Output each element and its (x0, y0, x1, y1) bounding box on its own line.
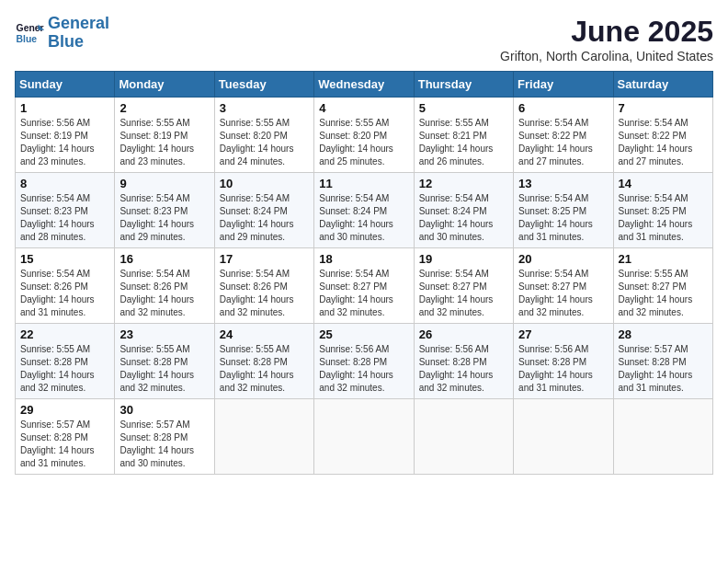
day-number: 27 (518, 327, 608, 341)
day-number: 26 (419, 327, 508, 341)
day-number: 11 (319, 177, 408, 190)
day-number: 19 (419, 252, 508, 266)
cell-info: Sunrise: 5:54 AM Sunset: 8:24 PM Dayligh… (319, 192, 408, 244)
location-title: Grifton, North Carolina, United States (500, 49, 713, 63)
cell-info: Sunrise: 5:54 AM Sunset: 8:26 PM Dayligh… (20, 268, 109, 319)
cell-info: Sunrise: 5:55 AM Sunset: 8:28 PM Dayligh… (119, 343, 209, 395)
day-number: 23 (119, 327, 209, 341)
calendar-cell: 25 Sunrise: 5:56 AM Sunset: 8:28 PM Dayl… (314, 324, 414, 399)
day-number: 25 (319, 327, 408, 341)
calendar-week-row: 8 Sunrise: 5:54 AM Sunset: 8:23 PM Dayli… (16, 173, 713, 248)
calendar-cell: 23 Sunrise: 5:55 AM Sunset: 8:28 PM Dayl… (115, 324, 214, 399)
calendar-week-row: 15 Sunrise: 5:54 AM Sunset: 8:26 PM Dayl… (16, 248, 713, 324)
day-number: 17 (220, 252, 309, 266)
calendar-cell: 14 Sunrise: 5:54 AM Sunset: 8:25 PM Dayl… (613, 173, 712, 248)
cell-info: Sunrise: 5:55 AM Sunset: 8:20 PM Dayligh… (319, 117, 408, 168)
calendar-cell: 20 Sunrise: 5:54 AM Sunset: 8:27 PM Dayl… (514, 248, 613, 324)
cell-info: Sunrise: 5:54 AM Sunset: 8:23 PM Dayligh… (20, 192, 109, 244)
calendar-cell (314, 399, 414, 475)
cell-info: Sunrise: 5:55 AM Sunset: 8:20 PM Dayligh… (220, 117, 309, 168)
cell-info: Sunrise: 5:57 AM Sunset: 8:28 PM Dayligh… (619, 343, 708, 395)
calendar-cell: 8 Sunrise: 5:54 AM Sunset: 8:23 PM Dayli… (16, 173, 115, 248)
calendar-cell: 17 Sunrise: 5:54 AM Sunset: 8:26 PM Dayl… (214, 248, 313, 324)
calendar-cell (514, 399, 613, 475)
calendar-cell: 13 Sunrise: 5:54 AM Sunset: 8:25 PM Dayl… (514, 173, 613, 248)
calendar-cell: 15 Sunrise: 5:54 AM Sunset: 8:26 PM Dayl… (16, 248, 115, 324)
logo: General Blue GeneralBlue (15, 15, 109, 52)
title-block: June 2025 Grifton, North Carolina, Unite… (500, 15, 713, 63)
day-number: 8 (20, 177, 109, 190)
weekday-header-monday: Monday (115, 72, 214, 98)
calendar-cell: 5 Sunrise: 5:55 AM Sunset: 8:21 PM Dayli… (414, 98, 513, 173)
day-number: 24 (220, 327, 309, 341)
cell-info: Sunrise: 5:54 AM Sunset: 8:26 PM Dayligh… (220, 268, 309, 319)
weekday-header-friday: Friday (514, 72, 613, 98)
calendar-cell (613, 399, 712, 475)
day-number: 20 (518, 252, 608, 266)
logo-text: GeneralBlue (48, 15, 109, 52)
day-number: 21 (619, 252, 708, 266)
cell-info: Sunrise: 5:56 AM Sunset: 8:28 PM Dayligh… (319, 343, 408, 395)
calendar-cell: 30 Sunrise: 5:57 AM Sunset: 8:28 PM Dayl… (115, 399, 214, 475)
calendar-cell: 12 Sunrise: 5:54 AM Sunset: 8:24 PM Dayl… (414, 173, 513, 248)
calendar-cell: 28 Sunrise: 5:57 AM Sunset: 8:28 PM Dayl… (613, 324, 712, 399)
calendar-week-row: 29 Sunrise: 5:57 AM Sunset: 8:28 PM Dayl… (16, 399, 713, 475)
weekday-header-tuesday: Tuesday (214, 72, 313, 98)
calendar-cell: 4 Sunrise: 5:55 AM Sunset: 8:20 PM Dayli… (314, 98, 414, 173)
weekday-header-row: SundayMondayTuesdayWednesdayThursdayFrid… (16, 72, 713, 98)
cell-info: Sunrise: 5:54 AM Sunset: 8:22 PM Dayligh… (619, 117, 708, 168)
cell-info: Sunrise: 5:55 AM Sunset: 8:21 PM Dayligh… (419, 117, 508, 168)
cell-info: Sunrise: 5:54 AM Sunset: 8:27 PM Dayligh… (518, 268, 608, 319)
weekday-header-sunday: Sunday (16, 72, 115, 98)
calendar-cell (414, 399, 513, 475)
calendar-cell: 29 Sunrise: 5:57 AM Sunset: 8:28 PM Dayl… (16, 399, 115, 475)
cell-info: Sunrise: 5:54 AM Sunset: 8:27 PM Dayligh… (319, 268, 408, 319)
svg-text:Blue: Blue (17, 33, 38, 43)
day-number: 28 (619, 327, 708, 341)
calendar-cell: 26 Sunrise: 5:56 AM Sunset: 8:28 PM Dayl… (414, 324, 513, 399)
cell-info: Sunrise: 5:54 AM Sunset: 8:25 PM Dayligh… (518, 192, 608, 244)
calendar-cell: 2 Sunrise: 5:55 AM Sunset: 8:19 PM Dayli… (115, 98, 214, 173)
cell-info: Sunrise: 5:54 AM Sunset: 8:27 PM Dayligh… (419, 268, 508, 319)
calendar-cell: 7 Sunrise: 5:54 AM Sunset: 8:22 PM Dayli… (613, 98, 712, 173)
calendar-cell: 21 Sunrise: 5:55 AM Sunset: 8:27 PM Dayl… (613, 248, 712, 324)
day-number: 29 (20, 403, 109, 417)
day-number: 13 (518, 177, 608, 190)
cell-info: Sunrise: 5:56 AM Sunset: 8:28 PM Dayligh… (419, 343, 508, 395)
calendar-cell (214, 399, 313, 475)
calendar-week-row: 22 Sunrise: 5:55 AM Sunset: 8:28 PM Dayl… (16, 324, 713, 399)
cell-info: Sunrise: 5:54 AM Sunset: 8:22 PM Dayligh… (518, 117, 608, 168)
day-number: 22 (20, 327, 109, 341)
calendar-cell: 10 Sunrise: 5:54 AM Sunset: 8:24 PM Dayl… (214, 173, 313, 248)
calendar-cell: 6 Sunrise: 5:54 AM Sunset: 8:22 PM Dayli… (514, 98, 613, 173)
cell-info: Sunrise: 5:55 AM Sunset: 8:19 PM Dayligh… (119, 117, 209, 168)
calendar-cell: 18 Sunrise: 5:54 AM Sunset: 8:27 PM Dayl… (314, 248, 414, 324)
calendar-cell: 1 Sunrise: 5:56 AM Sunset: 8:19 PM Dayli… (16, 98, 115, 173)
day-number: 2 (119, 101, 209, 115)
cell-info: Sunrise: 5:55 AM Sunset: 8:27 PM Dayligh… (619, 268, 708, 319)
cell-info: Sunrise: 5:57 AM Sunset: 8:28 PM Dayligh… (20, 419, 109, 470)
calendar-cell: 22 Sunrise: 5:55 AM Sunset: 8:28 PM Dayl… (16, 324, 115, 399)
calendar-cell: 19 Sunrise: 5:54 AM Sunset: 8:27 PM Dayl… (414, 248, 513, 324)
day-number: 5 (419, 101, 508, 115)
cell-info: Sunrise: 5:54 AM Sunset: 8:24 PM Dayligh… (419, 192, 508, 244)
cell-info: Sunrise: 5:56 AM Sunset: 8:28 PM Dayligh… (518, 343, 608, 395)
cell-info: Sunrise: 5:54 AM Sunset: 8:24 PM Dayligh… (220, 192, 309, 244)
weekday-header-wednesday: Wednesday (314, 72, 414, 98)
day-number: 9 (119, 177, 209, 190)
cell-info: Sunrise: 5:57 AM Sunset: 8:28 PM Dayligh… (119, 419, 209, 470)
day-number: 1 (20, 101, 109, 115)
calendar-cell: 11 Sunrise: 5:54 AM Sunset: 8:24 PM Dayl… (314, 173, 414, 248)
calendar-cell: 24 Sunrise: 5:55 AM Sunset: 8:28 PM Dayl… (214, 324, 313, 399)
cell-info: Sunrise: 5:54 AM Sunset: 8:25 PM Dayligh… (619, 192, 708, 244)
calendar-cell: 16 Sunrise: 5:54 AM Sunset: 8:26 PM Dayl… (115, 248, 214, 324)
calendar-cell: 27 Sunrise: 5:56 AM Sunset: 8:28 PM Dayl… (514, 324, 613, 399)
page-header: General Blue GeneralBlue June 2025 Grift… (15, 15, 713, 63)
calendar-week-row: 1 Sunrise: 5:56 AM Sunset: 8:19 PM Dayli… (16, 98, 713, 173)
weekday-header-saturday: Saturday (613, 72, 712, 98)
cell-info: Sunrise: 5:55 AM Sunset: 8:28 PM Dayligh… (20, 343, 109, 395)
day-number: 7 (619, 101, 708, 115)
cell-info: Sunrise: 5:54 AM Sunset: 8:23 PM Dayligh… (119, 192, 209, 244)
day-number: 18 (319, 252, 408, 266)
calendar-table: SundayMondayTuesdayWednesdayThursdayFrid… (15, 71, 713, 475)
